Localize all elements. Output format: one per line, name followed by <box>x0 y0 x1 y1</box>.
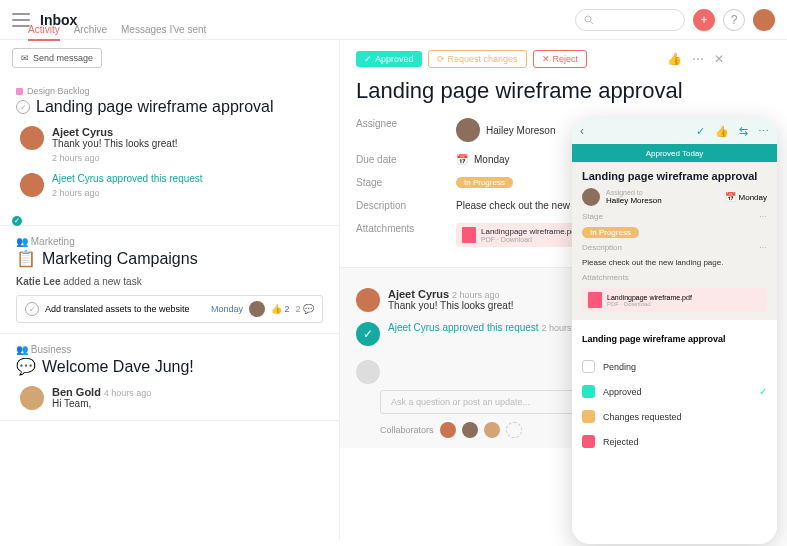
field-label-due: Due date <box>356 154 456 165</box>
subtask-icon[interactable]: ⇆ <box>739 125 748 138</box>
like-icon[interactable]: 👍 <box>715 125 729 138</box>
due-date-value[interactable]: 📅 Monday <box>456 154 510 165</box>
option-changes[interactable]: Changes requested <box>582 404 767 429</box>
inbox-item[interactable]: Design Backlog ✓Landing page wireframe a… <box>0 76 339 226</box>
approved-banner: Approved Today <box>572 144 777 162</box>
pdf-icon <box>462 227 476 243</box>
project-title: Marketing Campaigns <box>42 250 198 268</box>
field-label-description: Description <box>356 200 456 211</box>
attachment-meta: PDF · Download <box>481 236 578 243</box>
more-icon[interactable]: ⋯ <box>759 212 767 221</box>
search-icon <box>584 15 594 25</box>
comment-text: Hi Team, <box>52 398 151 409</box>
svg-line-1 <box>591 21 594 24</box>
user-avatar[interactable] <box>753 9 775 31</box>
collaborator-avatar[interactable] <box>484 422 500 438</box>
send-message-button[interactable]: ✉ Send message <box>12 48 102 68</box>
option-rejected[interactable]: Rejected <box>582 429 767 454</box>
attachment-meta: PDF · Download <box>607 301 692 307</box>
project-tag: Design Backlog <box>16 86 323 96</box>
like-count[interactable]: 👍 2 <box>271 304 290 314</box>
avatar <box>20 173 44 197</box>
user-avatar <box>356 360 380 384</box>
more-icon[interactable]: ⋯ <box>692 52 704 66</box>
reject-button[interactable]: ✕ Reject <box>533 50 588 68</box>
due-date-value[interactable]: Monday <box>739 193 767 202</box>
mobile-title: Landing page wireframe approval <box>582 170 767 182</box>
add-collaborator-button[interactable] <box>506 422 522 438</box>
collaborators-label: Collaborators <box>380 425 434 435</box>
task-name: Add translated assets to the website <box>45 304 190 314</box>
inbox-item[interactable]: 👥 Business 💬 Welcome Dave Jung! Ben Gold… <box>0 334 339 421</box>
attachment-name: Landingpage wireframe.pdf <box>607 294 692 301</box>
assignee-value[interactable]: Hailey Moreson <box>606 196 662 205</box>
assignee-value[interactable]: Hailey Moreson <box>456 118 555 142</box>
task-check-icon[interactable]: ✓ <box>16 100 30 114</box>
approved-icon <box>582 385 595 398</box>
stage-pill[interactable]: In Progress <box>456 177 513 188</box>
svg-point-0 <box>585 16 591 22</box>
conversation-title: Welcome Dave Jung! <box>42 358 194 376</box>
field-label-assignee: Assigned to <box>606 189 662 196</box>
back-icon[interactable]: ‹ <box>580 124 584 138</box>
comment-count[interactable]: 2 💬 <box>295 304 314 314</box>
search-input[interactable] <box>575 9 685 31</box>
avatar <box>456 118 480 142</box>
field-label-attachments: Attatchments <box>582 273 629 282</box>
option-approved[interactable]: Approved✓ <box>582 379 767 404</box>
attachment-chip[interactable]: Landingpage wireframe.pdfPDF · Download <box>582 288 767 312</box>
attachment-chip[interactable]: Landingpage wireframe.pdfPDF · Download <box>456 223 584 247</box>
comment-text: Thank you! This looks great! <box>52 138 177 149</box>
selected-check-icon: ✓ <box>759 386 767 397</box>
tab-archive[interactable]: Archive <box>74 24 107 41</box>
collaborator-avatar[interactable] <box>440 422 456 438</box>
request-changes-button[interactable]: ⟳ Request changes <box>428 50 527 68</box>
attachment-name: Landingpage wireframe.pdf <box>481 227 578 236</box>
field-label-stage: Stage <box>582 212 603 221</box>
field-label-description: Description <box>582 243 622 252</box>
comment-time: 2 hours ago <box>452 290 500 300</box>
close-icon[interactable]: ✕ <box>714 52 724 66</box>
more-icon[interactable]: ⋯ <box>758 125 769 138</box>
help-button[interactable]: ? <box>723 9 745 31</box>
pdf-icon <box>588 292 602 308</box>
field-label-assignee: Assignee <box>356 118 456 142</box>
approval-activity: Ajeet Cyrus approved this request <box>388 322 539 333</box>
add-button[interactable]: + <box>693 9 715 31</box>
assignee-avatar <box>249 301 265 317</box>
field-label-stage: Stage <box>356 177 456 188</box>
pending-icon <box>582 360 595 373</box>
activity-author: Katie Lee <box>16 276 60 287</box>
changes-icon <box>582 410 595 423</box>
approved-badge-icon: ✓ <box>12 216 22 226</box>
comment-time: 4 hours ago <box>104 388 152 398</box>
avatar <box>20 386 44 410</box>
avatar <box>356 288 380 312</box>
sheet-title: Landing page wireframe approval <box>582 334 767 344</box>
project-tag: 👥 Business <box>16 344 323 355</box>
description-value: Please check out the new landing page. <box>582 258 767 267</box>
project-tag: 👥 Marketing <box>16 236 323 247</box>
like-icon[interactable]: 👍 <box>667 52 682 66</box>
comment-time: 2 hours ago <box>52 153 177 163</box>
send-message-label: Send message <box>33 53 93 63</box>
task-row[interactable]: ✓ Add translated assets to the website M… <box>16 295 323 323</box>
more-icon[interactable]: ⋯ <box>759 243 767 252</box>
tab-activity[interactable]: Activity <box>28 24 60 41</box>
approval-activity: Ajeet Cyrus approved this request <box>52 173 203 184</box>
comment-text: Thank you! This looks great! <box>388 300 513 311</box>
task-check-icon[interactable]: ✓ <box>25 302 39 316</box>
collaborator-avatar[interactable] <box>462 422 478 438</box>
inbox-item[interactable]: 👥 Marketing 📋 Marketing Campaigns Katie … <box>0 226 339 334</box>
task-due: Monday <box>211 304 243 314</box>
tab-messages-sent[interactable]: Messages I've sent <box>121 24 206 41</box>
comment-author: Ajeet Cyrus <box>52 126 177 138</box>
check-icon[interactable]: ✓ <box>696 125 705 138</box>
comment-author: Ajeet Cyrus <box>388 288 449 300</box>
option-pending[interactable]: Pending <box>582 354 767 379</box>
approved-button[interactable]: ✓ Approved <box>356 51 422 67</box>
activity-text: added a new task <box>63 276 141 287</box>
approved-badge-icon: ✓ <box>356 322 380 346</box>
stage-pill[interactable]: In Progress <box>582 227 639 238</box>
detail-title: Landing page wireframe approval <box>356 78 724 104</box>
